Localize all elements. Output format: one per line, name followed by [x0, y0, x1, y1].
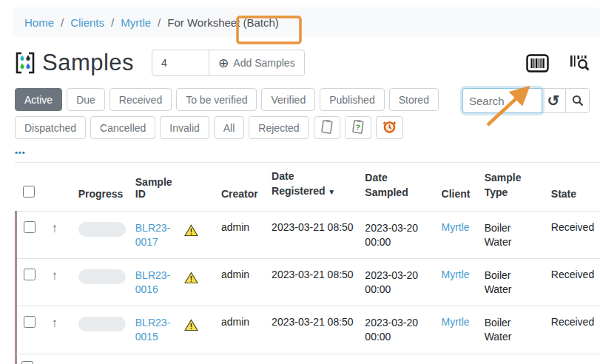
sample-id-link[interactable]: BLR23-0015	[135, 316, 174, 344]
filter-late-button[interactable]	[376, 116, 403, 139]
breadcrumb-separator: /	[111, 16, 114, 29]
sample-id-link[interactable]: BLR23-0017	[135, 221, 174, 249]
sample-type-cell: Boiler Water	[485, 269, 519, 297]
filter-temporary-button[interactable]	[314, 116, 340, 139]
samples-page: Home / Clients / Myrtle / For Worksheet …	[0, 7, 600, 364]
header-sample-id[interactable]: Sample ID	[129, 163, 178, 212]
filter-stored[interactable]: Stored	[389, 88, 439, 111]
breadcrumb-home[interactable]: Home	[24, 16, 54, 29]
priority-up-icon: ↑	[52, 221, 58, 235]
sample-type-cell: Boiler Water	[485, 316, 519, 344]
filter-unknown-sheet-button[interactable]: ?	[345, 116, 371, 139]
creator-cell: admin	[215, 212, 266, 259]
client-link[interactable]: Myrtle	[442, 269, 470, 280]
table-row: ↑ BLR23-0017 ! admin 2023-03-21 08:50 20…	[16, 212, 600, 259]
progress-bar	[78, 222, 126, 237]
header-state[interactable]: State	[545, 163, 600, 212]
date-sampled-cell: 2023-03-20 00:00	[365, 221, 424, 249]
breadcrumb-client-myrtle[interactable]: Myrtle	[121, 16, 151, 29]
samples-table: Progress Sample ID Creator Date Register…	[15, 163, 600, 354]
date-registered-cell: 2023-03-21 08:50	[266, 306, 359, 354]
svg-text:!: !	[190, 323, 192, 331]
header-priority	[46, 163, 73, 212]
search-input[interactable]	[462, 88, 542, 113]
filter-to-be-verified[interactable]: To be verified	[176, 88, 257, 111]
header-date-registered-label: Date Registered	[272, 170, 325, 197]
add-samples-button[interactable]: ⊕ Add Samples	[209, 50, 305, 76]
state-cell: Received	[545, 259, 600, 306]
client-link[interactable]: Myrtle	[442, 221, 470, 233]
circle-plus-icon: ⊕	[218, 57, 229, 70]
filter-row-2: Dispatched Cancelled Invalid All Rejecte…	[15, 116, 590, 139]
priority-up-icon: ↑	[52, 269, 58, 283]
state-cell: Received	[545, 212, 600, 259]
row-checkbox[interactable]	[24, 269, 36, 280]
reload-button[interactable]: ↺	[541, 88, 565, 113]
sample-id-link[interactable]: BLR23-0016	[135, 269, 174, 297]
filter-rejected[interactable]: Rejected	[249, 116, 309, 139]
search-group: ↺	[462, 88, 590, 113]
table-row: ↑ BLR23-0015 ! admin 2023-03-21 08:50 20…	[16, 306, 600, 354]
warning-icon: !	[184, 319, 198, 331]
question-sheet-icon: ?	[351, 119, 365, 135]
date-registered-cell: 2023-03-21 08:50	[266, 259, 359, 306]
header-sample-type[interactable]: Sample Type	[479, 163, 545, 212]
client-link[interactable]: Myrtle	[442, 316, 470, 328]
select-all-checkbox[interactable]	[23, 186, 35, 198]
sort-desc-icon: ▼	[328, 188, 335, 196]
page-title: Samples	[42, 50, 134, 76]
table-row-partial	[15, 354, 600, 364]
header-date-registered[interactable]: Date Registered ▼	[266, 163, 359, 212]
filter-cancelled[interactable]: Cancelled	[90, 116, 155, 139]
sample-type-cell: Boiler Water	[485, 221, 519, 249]
barcode-icon	[526, 54, 549, 73]
blank-sheet-icon	[320, 119, 334, 135]
breadcrumb-separator: /	[61, 16, 64, 29]
filter-row-1: Active Due Received To be verified Verif…	[15, 88, 590, 113]
date-registered-cell: 2023-03-21 08:50	[266, 212, 359, 259]
table-row: ↑ BLR23-0016 ! admin 2023-03-21 08:50 20…	[16, 259, 600, 306]
header-creator[interactable]: Creator	[215, 163, 266, 212]
barcode-search-icon	[570, 54, 590, 73]
search-button[interactable]	[565, 88, 590, 113]
barcode-print-button[interactable]	[526, 54, 549, 73]
filter-active[interactable]: Active	[15, 88, 62, 111]
alarm-clock-icon	[382, 119, 397, 134]
title-row: Samples ⊕ Add Samples	[15, 50, 590, 76]
table-header-row: Progress Sample ID Creator Date Register…	[16, 163, 600, 212]
breadcrumb-clients[interactable]: Clients	[70, 16, 104, 29]
filter-received[interactable]: Received	[109, 88, 172, 111]
samples-table-wrap: Progress Sample ID Creator Date Register…	[15, 162, 600, 354]
creator-cell: admin	[215, 306, 266, 354]
more-columns-toggle[interactable]: •••	[15, 148, 26, 157]
filter-all[interactable]: All	[214, 116, 245, 139]
row-checkbox[interactable]	[21, 361, 33, 364]
reload-icon: ↺	[547, 92, 560, 109]
search-icon	[572, 95, 584, 107]
breadcrumb: Home / Clients / Myrtle / For Worksheet …	[13, 7, 600, 37]
svg-text:!: !	[190, 228, 192, 236]
filter-due[interactable]: Due	[67, 88, 105, 111]
filter-invalid[interactable]: Invalid	[160, 116, 209, 139]
filter-bar: Active Due Received To be verified Verif…	[15, 88, 590, 139]
filter-dispatched[interactable]: Dispatched	[15, 116, 86, 139]
svg-text:!: !	[190, 275, 192, 283]
sample-count-input[interactable]	[152, 50, 209, 76]
header-progress[interactable]: Progress	[73, 163, 129, 212]
header-date-sampled[interactable]: Date Sampled	[359, 163, 435, 212]
samples-icon	[15, 52, 36, 74]
filter-verified[interactable]: Verified	[261, 88, 315, 111]
top-icons	[526, 54, 590, 73]
warning-icon: !	[184, 224, 198, 237]
filter-published[interactable]: Published	[320, 88, 385, 111]
state-cell: Received	[545, 306, 600, 354]
row-checkbox[interactable]	[24, 221, 36, 233]
priority-up-icon: ↑	[52, 316, 58, 330]
breadcrumb-separator: /	[158, 16, 161, 29]
header-client[interactable]: Client	[436, 163, 479, 212]
breadcrumb-current: For Worksheet (Batch)	[167, 16, 279, 29]
progress-bar	[78, 317, 126, 331]
barcode-search-button[interactable]	[570, 54, 590, 73]
progress-bar	[78, 269, 126, 284]
row-checkbox[interactable]	[24, 316, 36, 328]
